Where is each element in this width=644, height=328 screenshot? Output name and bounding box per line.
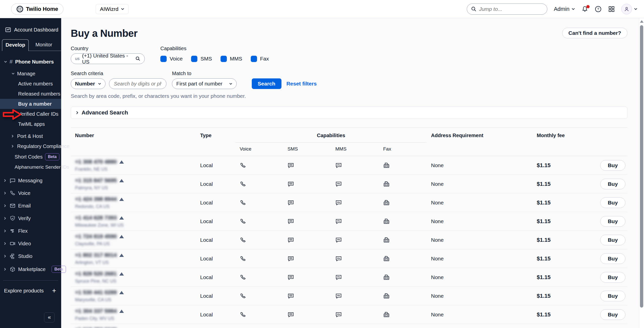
- fax-checkbox-label: Fax: [260, 56, 269, 62]
- search-button[interactable]: Search: [252, 78, 281, 89]
- table-row: +1 424 398 8944 Redondo, CA US Local: [71, 193, 627, 212]
- envelope-icon: [10, 203, 16, 209]
- notifications-button[interactable]: [582, 6, 588, 12]
- digits-search-input[interactable]: [109, 78, 166, 89]
- voice-capability-icon: [235, 162, 283, 169]
- sidebar-item-buy-a-number[interactable]: Buy a number: [0, 99, 61, 109]
- cant-find-a-number-button[interactable]: Can't find a number?: [562, 28, 627, 38]
- scrollbar-up-arrow[interactable]: [640, 20, 643, 23]
- reset-filters-link[interactable]: Reset filters: [287, 78, 317, 89]
- sidebar-item-twiml-apps[interactable]: TwiML apps: [0, 119, 61, 129]
- sidebar-item-manage[interactable]: Manage: [0, 69, 61, 79]
- sidebar-item-short-codes[interactable]: Short Codes Beta: [0, 151, 61, 162]
- search-criteria-select[interactable]: Number: [71, 78, 105, 89]
- checkbox-checked-icon: [221, 56, 227, 62]
- chevron-right-icon: [4, 255, 7, 258]
- jump-to-input[interactable]: [479, 6, 543, 12]
- chevron-down-icon: [571, 8, 575, 10]
- sidebar-item-voice[interactable]: Voice: [0, 188, 61, 198]
- advanced-search-toggle[interactable]: Advanced Search: [71, 107, 627, 119]
- fax-capability-icon: [379, 237, 427, 243]
- sidebar-item-studio[interactable]: Studio: [0, 251, 61, 261]
- buy-button[interactable]: Buy: [600, 197, 625, 208]
- manage-label: Manage: [17, 71, 35, 77]
- scrollbar-thumb[interactable]: [640, 25, 643, 308]
- table-row: +1 414 628 7393 Milwaukee Zone, WI US Lo…: [71, 212, 627, 231]
- buy-button[interactable]: Buy: [600, 253, 625, 264]
- workspace-switcher[interactable]: AIWizrd: [96, 4, 129, 14]
- buy-button[interactable]: Buy: [600, 291, 625, 301]
- monthly-fee: $1.15: [532, 255, 584, 262]
- sidebar-item-account-dashboard[interactable]: Account Dashboard: [0, 18, 61, 33]
- sidebar-item-marketplace[interactable]: Marketplace Beta: [0, 264, 61, 275]
- buy-button[interactable]: Buy: [600, 272, 625, 283]
- triangle-up-icon: [119, 310, 124, 313]
- sidebar-item-email[interactable]: Email: [0, 201, 61, 211]
- sidebar-item-messaging[interactable]: Messaging: [0, 175, 61, 186]
- country-code: us: [75, 56, 80, 61]
- page-scrollbar[interactable]: [639, 18, 644, 328]
- buy-button[interactable]: Buy: [600, 160, 625, 171]
- jump-to-search[interactable]: [467, 4, 547, 15]
- svg-text:?: ?: [597, 7, 599, 11]
- explore-products[interactable]: Explore products +: [0, 281, 61, 295]
- subcol-sms: SMS: [283, 143, 331, 156]
- sidebar-item-video[interactable]: Video: [0, 238, 61, 249]
- capability-mms-checkbox[interactable]: MMS: [221, 56, 242, 62]
- address-requirement: None: [427, 274, 532, 280]
- chevron-right-icon: [4, 268, 7, 271]
- sidebar-item-verify[interactable]: Verify: [0, 213, 61, 223]
- number-type: Local: [196, 162, 235, 168]
- number-type: Local: [196, 256, 235, 262]
- sidebar-item-released-numbers[interactable]: Released numbers: [0, 89, 61, 99]
- sidebar-item-flex[interactable]: Flex: [0, 226, 61, 236]
- capability-fax-checkbox[interactable]: Fax: [251, 56, 269, 62]
- sms-capability-icon: [283, 237, 331, 243]
- plus-icon[interactable]: +: [52, 287, 56, 295]
- sidebar-item-alphanumeric-sender-ids[interactable]: Alphanumeric Sender IDs: [0, 162, 61, 172]
- sidebar-item-phone-numbers[interactable]: # Phone Numbers: [0, 56, 61, 67]
- red-annotation-arrow: [3, 109, 22, 120]
- shield-check-icon: [10, 215, 16, 221]
- phone-icon: [10, 190, 16, 196]
- sidebar-collapse-button[interactable]: «: [44, 312, 55, 322]
- admin-menu[interactable]: Admin: [554, 6, 575, 12]
- active-numbers-label: Active numbers: [18, 81, 53, 87]
- sidebar-item-regulatory-compliance[interactable]: Regulatory Compliance: [0, 141, 61, 151]
- phone-location-blurred: Palmyra, NY US: [75, 185, 196, 191]
- match-to-select[interactable]: First part of number: [172, 78, 236, 89]
- admin-label: Admin: [554, 6, 569, 12]
- capability-voice-checkbox[interactable]: Voice: [160, 56, 183, 62]
- phone-number-blurred: +1 618 353 0340: [75, 326, 117, 328]
- chevron-down-icon: [121, 8, 124, 10]
- mms-capability-icon: [331, 199, 379, 206]
- voice-checkbox-label: Voice: [170, 56, 183, 62]
- buy-button[interactable]: Buy: [600, 235, 625, 245]
- buy-button[interactable]: Buy: [600, 216, 625, 227]
- sms-capability-icon: [283, 181, 331, 187]
- phone-number: +1 802 317 8014: [75, 252, 196, 258]
- help-button[interactable]: ?: [595, 6, 602, 13]
- collapse-chevrons-icon: «: [48, 314, 51, 321]
- tab-monitor[interactable]: Monitor: [29, 39, 59, 51]
- sms-capability-icon: [283, 255, 331, 262]
- user-menu[interactable]: [621, 4, 637, 14]
- chevron-right-icon: [4, 229, 7, 232]
- triangle-up-icon: [119, 160, 124, 164]
- sidebar-item-port-host[interactable]: Port & Host: [0, 131, 61, 141]
- sidebar-item-active-numbers[interactable]: Active numbers: [0, 79, 61, 89]
- number-type: Local: [196, 274, 235, 280]
- sidebar: Account Dashboard Develop Monitor # Phon…: [0, 18, 61, 328]
- twilio-home-button[interactable]: Twilio Home: [11, 4, 63, 15]
- monthly-fee: $1.15: [532, 162, 584, 169]
- apps-grid-button[interactable]: [608, 6, 615, 12]
- marketplace-label: Marketplace: [18, 266, 46, 272]
- capability-sms-checkbox[interactable]: SMS: [191, 56, 212, 62]
- buy-button[interactable]: Buy: [600, 179, 625, 189]
- tab-develop[interactable]: Develop: [2, 39, 29, 51]
- chevron-right-icon: [12, 145, 15, 148]
- country-select[interactable]: us (+1) United States - US: [71, 53, 145, 64]
- buy-button[interactable]: Buy: [600, 309, 625, 320]
- sms-capability-icon: [283, 274, 331, 281]
- phone-location-blurred: Claysville, PA US: [75, 241, 196, 247]
